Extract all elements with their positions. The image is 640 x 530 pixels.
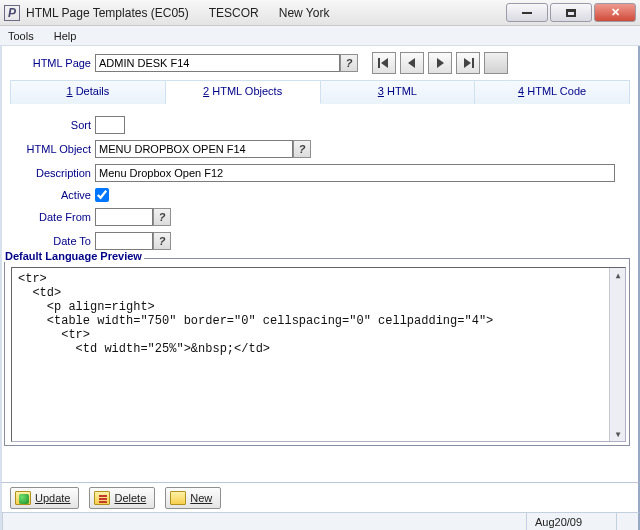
- title-location: New York: [279, 6, 330, 20]
- preview-legend: Default Language Preview: [3, 250, 144, 262]
- minimize-icon: [522, 12, 532, 14]
- svg-marker-4: [464, 58, 471, 68]
- nav-prev-icon: [406, 57, 418, 69]
- preview-group: Default Language Preview <tr> <td> <p al…: [4, 258, 630, 446]
- svg-marker-2: [408, 58, 415, 68]
- description-input[interactable]: [95, 164, 615, 182]
- work-area: HTML Page ? 1 Details 2 HTML Objects 3 H…: [0, 46, 640, 482]
- new-icon: [170, 491, 186, 505]
- html-page-label: HTML Page: [10, 57, 95, 69]
- question-icon: ?: [159, 211, 166, 223]
- html-page-lookup-button[interactable]: ?: [340, 54, 358, 72]
- update-button[interactable]: Update: [10, 487, 79, 509]
- active-checkbox[interactable]: [95, 188, 109, 202]
- record-nav: [372, 52, 508, 74]
- preview-textarea[interactable]: <tr> <td> <p align=right> <table width="…: [11, 267, 626, 442]
- title-company: TESCOR: [209, 6, 259, 20]
- svg-rect-5: [472, 58, 474, 68]
- close-button[interactable]: ✕: [594, 3, 636, 22]
- preview-code: <tr> <td> <p align=right> <table width="…: [18, 272, 493, 356]
- date-to-input[interactable]: [95, 232, 153, 250]
- svg-rect-0: [378, 58, 380, 68]
- active-label: Active: [10, 189, 95, 201]
- html-object-lookup-button[interactable]: ?: [293, 140, 311, 158]
- menu-tools[interactable]: Tools: [4, 28, 38, 44]
- status-spacer: [2, 513, 526, 530]
- tab-html-code[interactable]: 4 HTML Code: [475, 80, 630, 104]
- scroll-down-icon[interactable]: ▾: [612, 428, 624, 440]
- app-title: HTML Page Templates (EC05): [26, 6, 189, 20]
- date-from-lookup-button[interactable]: ?: [153, 208, 171, 226]
- nav-last-icon: [462, 57, 474, 69]
- maximize-icon: [566, 9, 576, 17]
- nav-next-button[interactable]: [428, 52, 452, 74]
- update-label: Update: [35, 492, 70, 504]
- minimize-button[interactable]: [506, 3, 548, 22]
- status-bar: Aug20/09: [0, 512, 640, 530]
- nav-prev-button[interactable]: [400, 52, 424, 74]
- tab-html-objects[interactable]: 2 HTML Objects: [166, 80, 321, 104]
- date-from-input[interactable]: [95, 208, 153, 226]
- nav-last-button[interactable]: [456, 52, 480, 74]
- date-to-label: Date To: [10, 235, 95, 247]
- new-label: New: [190, 492, 212, 504]
- html-object-input[interactable]: [95, 140, 293, 158]
- status-date: Aug20/09: [526, 513, 616, 530]
- app-icon: P: [4, 5, 20, 21]
- scroll-up-icon[interactable]: ▴: [612, 269, 624, 281]
- delete-button[interactable]: Delete: [89, 487, 155, 509]
- close-icon: ✕: [611, 6, 620, 19]
- question-icon: ?: [159, 235, 166, 247]
- maximize-button[interactable]: [550, 3, 592, 22]
- date-from-label: Date From: [10, 211, 95, 223]
- bottom-toolbar: Update Delete New: [0, 482, 640, 512]
- delete-label: Delete: [114, 492, 146, 504]
- status-grip: [616, 513, 638, 530]
- nav-first-button[interactable]: [372, 52, 396, 74]
- update-icon: [15, 491, 31, 505]
- html-page-input[interactable]: [95, 54, 340, 72]
- tab-details[interactable]: 1 Details: [10, 80, 166, 104]
- sort-label: Sort: [10, 119, 95, 131]
- nav-first-icon: [378, 57, 390, 69]
- delete-icon: [94, 491, 110, 505]
- nav-next-icon: [434, 57, 446, 69]
- date-to-lookup-button[interactable]: ?: [153, 232, 171, 250]
- menu-bar: Tools Help: [0, 26, 640, 46]
- nav-extra-button[interactable]: [484, 52, 508, 74]
- title-bar: P HTML Page Templates (EC05) TESCOR New …: [0, 0, 640, 26]
- svg-marker-1: [381, 58, 388, 68]
- menu-help[interactable]: Help: [50, 28, 81, 44]
- new-button[interactable]: New: [165, 487, 221, 509]
- question-icon: ?: [346, 57, 353, 69]
- sort-input[interactable]: [95, 116, 125, 134]
- preview-scrollbar[interactable]: ▴ ▾: [609, 268, 625, 441]
- description-label: Description: [10, 167, 95, 179]
- tab-strip: 1 Details 2 HTML Objects 3 HTML 4 HTML C…: [10, 80, 630, 104]
- tab-html[interactable]: 3 HTML: [321, 80, 476, 104]
- question-icon: ?: [299, 143, 306, 155]
- html-object-label: HTML Object: [10, 143, 95, 155]
- svg-marker-3: [437, 58, 444, 68]
